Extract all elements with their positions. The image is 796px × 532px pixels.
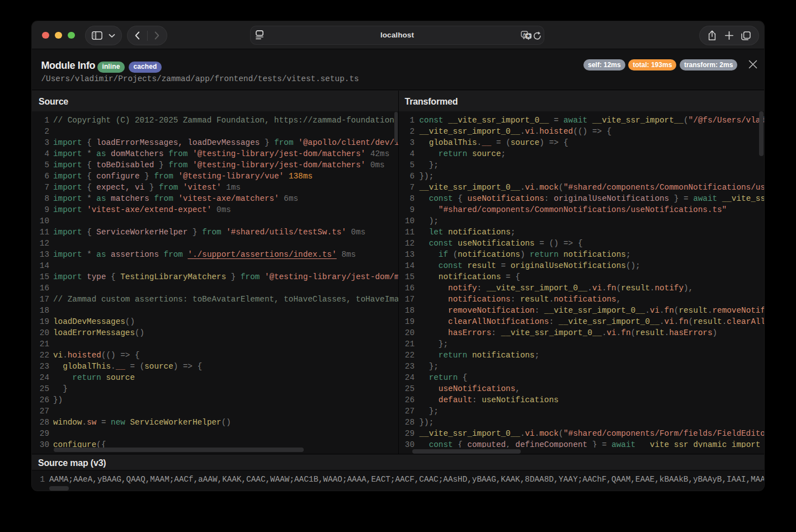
svg-text:★: ★ bbox=[526, 33, 530, 39]
